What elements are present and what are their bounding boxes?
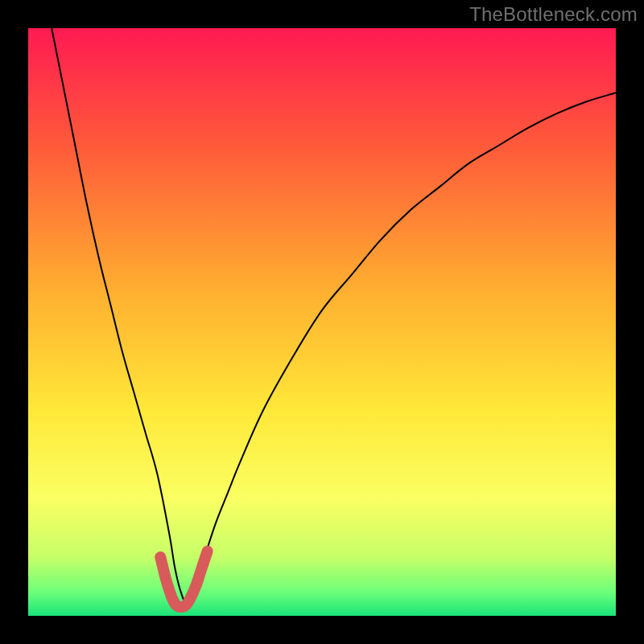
plot-area xyxy=(28,28,616,616)
watermark-text: TheBottleneck.com xyxy=(469,3,638,26)
chart-frame: TheBottleneck.com xyxy=(0,0,644,644)
gradient-background xyxy=(28,28,616,616)
chart-svg xyxy=(28,28,616,616)
